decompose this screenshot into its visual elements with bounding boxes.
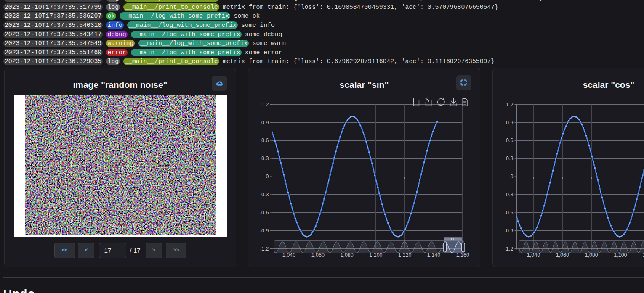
svg-text:0: 0 (511, 174, 514, 179)
svg-text:-0.6: -0.6 (504, 210, 514, 216)
svg-text:1.2: 1.2 (261, 102, 269, 108)
svg-text:0.6: 0.6 (506, 137, 513, 143)
svg-text:-0.9: -0.9 (504, 228, 514, 234)
svg-text:-0.9: -0.9 (260, 228, 269, 234)
svg-text:0: 0 (266, 174, 269, 179)
svg-text:0.9: 0.9 (506, 120, 513, 126)
svg-text:0.6: 0.6 (261, 137, 269, 143)
svg-text:-1.2: -1.2 (260, 246, 269, 252)
svg-text:0.3: 0.3 (506, 156, 513, 161)
svg-text:-0.3: -0.3 (260, 192, 269, 198)
svg-text:-1.2: -1.2 (504, 246, 514, 252)
svg-text:0.9: 0.9 (261, 120, 269, 126)
svg-text:-0.6: -0.6 (260, 210, 269, 216)
svg-text:1.2: 1.2 (506, 102, 513, 108)
svg-text:-0.3: -0.3 (504, 192, 514, 198)
svg-text:0.3: 0.3 (261, 156, 269, 161)
